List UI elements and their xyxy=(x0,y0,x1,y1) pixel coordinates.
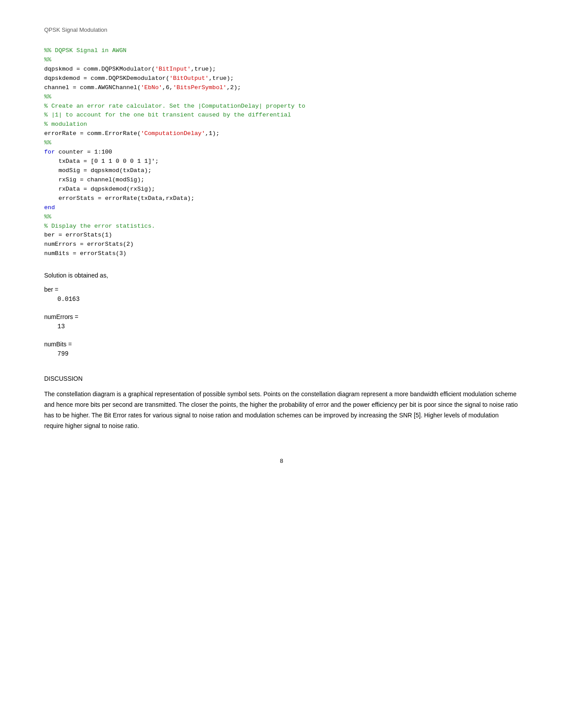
code-line-11: %% xyxy=(44,139,51,146)
code-line-23: numBits = errorStats(3) xyxy=(44,250,126,257)
discussion-heading: DISCUSSION xyxy=(44,375,519,382)
code-line-16: rxData = dqpskdemod(rxSig); xyxy=(44,186,155,192)
code-line-7: % Create an error rate calculator. Set t… xyxy=(44,103,305,109)
numerrors-value: 13 xyxy=(57,323,519,330)
ber-value: 0.0163 xyxy=(57,296,519,303)
code-line-12: for xyxy=(44,149,55,155)
code-line-10: errorRate = comm.ErrorRate('ComputationD… xyxy=(44,130,219,137)
code-line-22: numErrors = errorStats(2) xyxy=(44,241,134,248)
code-line-2: %% xyxy=(44,56,51,63)
code-line-8: % |1| to account for the one bit transie… xyxy=(44,112,291,118)
solution-intro: Solution is obtained as, xyxy=(44,272,519,279)
code-line-19: %% xyxy=(44,214,51,220)
discussion-paragraph: The constellation diagram is a graphical… xyxy=(44,389,519,431)
page-title: QPSK Signal Modulation xyxy=(44,26,519,33)
ber-label: ber = xyxy=(44,286,519,293)
numerrors-label: numErrors = xyxy=(44,313,519,320)
code-line-13: txData = [0 1 1 0 0 0 1 1]'; xyxy=(44,158,159,165)
code-block: %% DQPSK Signal in AWGN %% dqpskmod = co… xyxy=(44,46,519,259)
code-line-18: end xyxy=(44,204,55,211)
code-line-3: dqpskmod = comm.DQPSKModulator('BitInput… xyxy=(44,66,216,72)
code-line-15: rxSig = channel(modSig); xyxy=(44,176,144,183)
code-line-4: dqpskdemod = comm.DQPSKDemodulator('BitO… xyxy=(44,75,234,82)
page-number: 8 xyxy=(44,458,519,464)
code-line-9: % modulation xyxy=(44,121,87,128)
code-line-14: modSig = dqpskmod(txData); xyxy=(44,167,151,174)
code-line-6: %% xyxy=(44,94,51,100)
numbits-label: numBits = xyxy=(44,341,519,348)
code-line-5: channel = comm.AWGNChannel('EbNo',6,'Bit… xyxy=(44,84,241,91)
code-line-17: errorStats = errorRate(txData,rxData); xyxy=(44,195,194,202)
numbits-value: 799 xyxy=(57,350,519,357)
code-line-21: ber = errorStats(1) xyxy=(44,232,112,238)
code-line-20: % Display the error statistics. xyxy=(44,223,155,229)
code-line-1: %% DQPSK Signal in AWGN xyxy=(44,47,126,54)
